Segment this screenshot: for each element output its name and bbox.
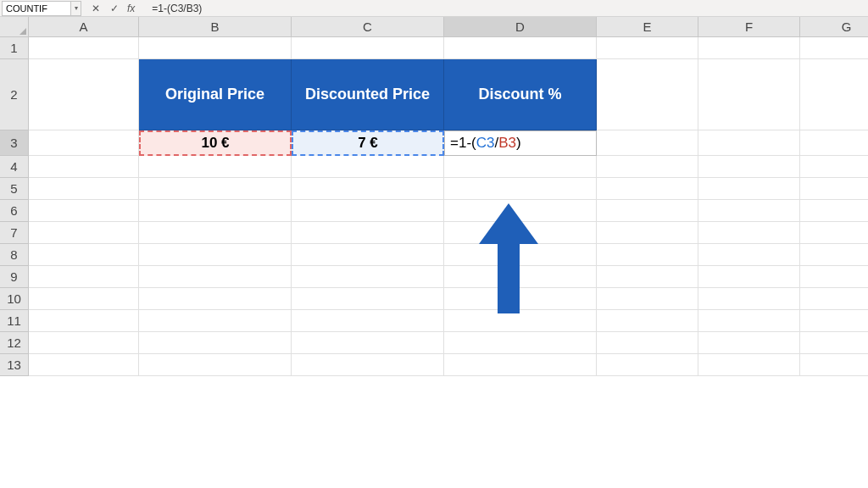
cell-A11[interactable]	[29, 310, 139, 332]
cell-B5[interactable]	[139, 178, 292, 200]
cell-C2-header[interactable]: Discounted Price	[292, 59, 444, 130]
cell-A8[interactable]	[29, 244, 139, 266]
cell-A9[interactable]	[29, 266, 139, 288]
cell-B1[interactable]	[139, 37, 292, 59]
cell-F3[interactable]	[698, 130, 800, 156]
cell-D3-editing[interactable]: =1-(C3/B3)	[444, 130, 597, 156]
cell-G5[interactable]	[800, 178, 868, 200]
cell-E10[interactable]	[597, 288, 698, 310]
cell-A12[interactable]	[29, 332, 139, 354]
cell-C5[interactable]	[292, 178, 444, 200]
cell-B3[interactable]: 10 €	[139, 130, 292, 156]
cell-C3[interactable]: 7 €	[292, 130, 444, 156]
cell-F13[interactable]	[698, 354, 800, 376]
col-header-G[interactable]: G	[800, 17, 868, 37]
cell-A3[interactable]	[29, 130, 139, 156]
cell-F4[interactable]	[698, 156, 800, 178]
formula-input[interactable]: =1-(C3/B3)	[148, 3, 868, 14]
row-header-8[interactable]: 8	[0, 244, 29, 266]
row-header-10[interactable]: 10	[0, 288, 29, 310]
cell-D5[interactable]	[444, 178, 597, 200]
col-header-A[interactable]: A	[29, 17, 139, 37]
cell-G13[interactable]	[800, 354, 868, 376]
cell-F6[interactable]	[698, 200, 800, 222]
cell-E8[interactable]	[597, 244, 698, 266]
cell-G6[interactable]	[800, 200, 868, 222]
cell-F12[interactable]	[698, 332, 800, 354]
cell-C8[interactable]	[292, 244, 444, 266]
cell-F7[interactable]	[698, 222, 800, 244]
cell-E4[interactable]	[597, 156, 698, 178]
cell-A7[interactable]	[29, 222, 139, 244]
cell-C6[interactable]	[292, 200, 444, 222]
row-header-9[interactable]: 9	[0, 266, 29, 288]
cell-D13[interactable]	[444, 354, 597, 376]
cell-G8[interactable]	[800, 244, 868, 266]
name-box[interactable]: COUNTIF	[2, 1, 71, 16]
cell-D12[interactable]	[444, 332, 597, 354]
cell-A6[interactable]	[29, 200, 139, 222]
cell-B10[interactable]	[139, 288, 292, 310]
row-header-6[interactable]: 6	[0, 200, 29, 222]
col-header-F[interactable]: F	[698, 17, 800, 37]
col-header-C[interactable]: C	[292, 17, 444, 37]
row-header-2[interactable]: 2	[0, 59, 29, 130]
cell-B12[interactable]	[139, 332, 292, 354]
cell-E3[interactable]	[597, 130, 698, 156]
row-header-1[interactable]: 1	[0, 37, 29, 59]
row-header-7[interactable]: 7	[0, 222, 29, 244]
cell-A13[interactable]	[29, 354, 139, 376]
cell-B7[interactable]	[139, 222, 292, 244]
cell-B8[interactable]	[139, 244, 292, 266]
row-header-3[interactable]: 3	[0, 130, 29, 156]
cell-G1[interactable]	[800, 37, 868, 59]
cell-F5[interactable]	[698, 178, 800, 200]
cell-F10[interactable]	[698, 288, 800, 310]
cell-B2-header[interactable]: Original Price	[139, 59, 292, 130]
name-box-dropdown[interactable]: ▾	[71, 1, 81, 16]
cell-G11[interactable]	[800, 310, 868, 332]
cell-F1[interactable]	[698, 37, 800, 59]
cell-G4[interactable]	[800, 156, 868, 178]
cell-E9[interactable]	[597, 266, 698, 288]
cell-C1[interactable]	[292, 37, 444, 59]
cell-C4[interactable]	[292, 156, 444, 178]
enter-icon[interactable]: ✓	[108, 3, 120, 14]
row-header-4[interactable]: 4	[0, 156, 29, 178]
cell-A5[interactable]	[29, 178, 139, 200]
cell-A4[interactable]	[29, 156, 139, 178]
cell-C12[interactable]	[292, 332, 444, 354]
cell-E13[interactable]	[597, 354, 698, 376]
cell-B13[interactable]	[139, 354, 292, 376]
fx-icon[interactable]: fx	[127, 3, 140, 14]
cell-A2[interactable]	[29, 59, 139, 130]
cell-E12[interactable]	[597, 332, 698, 354]
cell-G9[interactable]	[800, 266, 868, 288]
cell-D2-header[interactable]: Discount %	[444, 59, 597, 130]
cell-G2[interactable]	[800, 59, 868, 130]
cell-E7[interactable]	[597, 222, 698, 244]
cell-D4[interactable]	[444, 156, 597, 178]
cell-E2[interactable]	[597, 59, 698, 130]
cell-G12[interactable]	[800, 332, 868, 354]
cell-F11[interactable]	[698, 310, 800, 332]
row-header-5[interactable]: 5	[0, 178, 29, 200]
cell-B4[interactable]	[139, 156, 292, 178]
cell-E5[interactable]	[597, 178, 698, 200]
cell-B9[interactable]	[139, 266, 292, 288]
cell-E6[interactable]	[597, 200, 698, 222]
row-header-12[interactable]: 12	[0, 332, 29, 354]
cancel-icon[interactable]: ✕	[90, 3, 102, 14]
cell-G7[interactable]	[800, 222, 868, 244]
cell-G10[interactable]	[800, 288, 868, 310]
cell-B6[interactable]	[139, 200, 292, 222]
cell-C9[interactable]	[292, 266, 444, 288]
row-header-13[interactable]: 13	[0, 354, 29, 376]
cell-F9[interactable]	[698, 266, 800, 288]
cell-C13[interactable]	[292, 354, 444, 376]
col-header-D[interactable]: D	[444, 17, 597, 37]
row-header-11[interactable]: 11	[0, 310, 29, 332]
select-all-corner[interactable]	[0, 17, 29, 37]
cell-E11[interactable]	[597, 310, 698, 332]
cell-G3[interactable]	[800, 130, 868, 156]
